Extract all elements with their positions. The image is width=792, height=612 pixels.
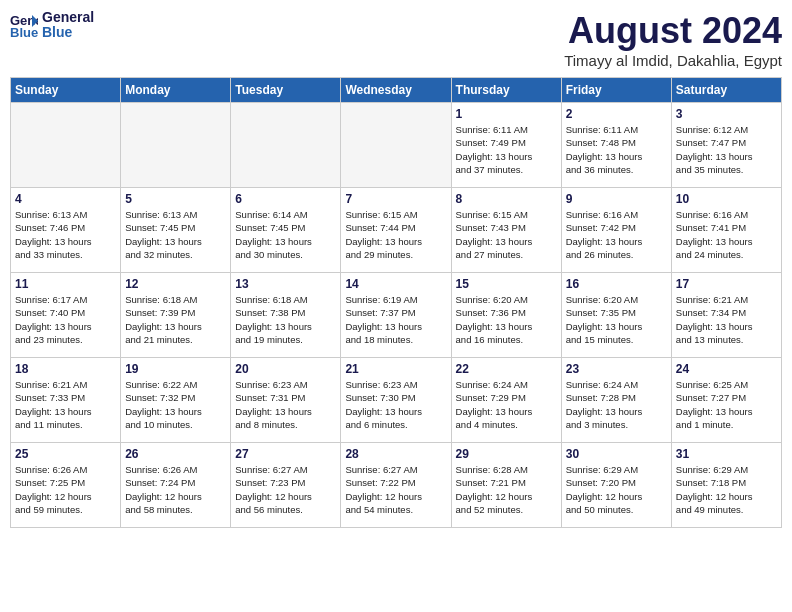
calendar-cell: 26Sunrise: 6:26 AM Sunset: 7:24 PM Dayli… <box>121 443 231 528</box>
day-number: 15 <box>456 277 557 291</box>
calendar-cell <box>231 103 341 188</box>
day-info: Sunrise: 6:14 AM Sunset: 7:45 PM Dayligh… <box>235 208 336 261</box>
calendar-week-row: 18Sunrise: 6:21 AM Sunset: 7:33 PM Dayli… <box>11 358 782 443</box>
day-number: 16 <box>566 277 667 291</box>
day-info: Sunrise: 6:23 AM Sunset: 7:30 PM Dayligh… <box>345 378 446 431</box>
day-info: Sunrise: 6:27 AM Sunset: 7:22 PM Dayligh… <box>345 463 446 516</box>
day-info: Sunrise: 6:13 AM Sunset: 7:45 PM Dayligh… <box>125 208 226 261</box>
calendar-cell: 1Sunrise: 6:11 AM Sunset: 7:49 PM Daylig… <box>451 103 561 188</box>
day-number: 4 <box>15 192 116 206</box>
day-number: 8 <box>456 192 557 206</box>
day-number: 20 <box>235 362 336 376</box>
day-info: Sunrise: 6:27 AM Sunset: 7:23 PM Dayligh… <box>235 463 336 516</box>
calendar: SundayMondayTuesdayWednesdayThursdayFrid… <box>10 77 782 528</box>
weekday-header: Saturday <box>671 78 781 103</box>
calendar-cell: 16Sunrise: 6:20 AM Sunset: 7:35 PM Dayli… <box>561 273 671 358</box>
day-number: 7 <box>345 192 446 206</box>
day-number: 14 <box>345 277 446 291</box>
weekday-header: Friday <box>561 78 671 103</box>
calendar-cell: 13Sunrise: 6:18 AM Sunset: 7:38 PM Dayli… <box>231 273 341 358</box>
day-number: 17 <box>676 277 777 291</box>
calendar-cell: 12Sunrise: 6:18 AM Sunset: 7:39 PM Dayli… <box>121 273 231 358</box>
calendar-cell: 28Sunrise: 6:27 AM Sunset: 7:22 PM Dayli… <box>341 443 451 528</box>
calendar-cell <box>341 103 451 188</box>
calendar-cell <box>11 103 121 188</box>
day-number: 30 <box>566 447 667 461</box>
title-section: August 2024 Timayy al Imdid, Dakahlia, E… <box>564 10 782 69</box>
month-title: August 2024 <box>564 10 782 52</box>
calendar-cell: 27Sunrise: 6:27 AM Sunset: 7:23 PM Dayli… <box>231 443 341 528</box>
calendar-header-row: SundayMondayTuesdayWednesdayThursdayFrid… <box>11 78 782 103</box>
weekday-header: Wednesday <box>341 78 451 103</box>
calendar-cell: 23Sunrise: 6:24 AM Sunset: 7:28 PM Dayli… <box>561 358 671 443</box>
day-number: 23 <box>566 362 667 376</box>
day-info: Sunrise: 6:29 AM Sunset: 7:20 PM Dayligh… <box>566 463 667 516</box>
calendar-cell <box>121 103 231 188</box>
weekday-header: Sunday <box>11 78 121 103</box>
day-number: 25 <box>15 447 116 461</box>
day-number: 26 <box>125 447 226 461</box>
calendar-cell: 24Sunrise: 6:25 AM Sunset: 7:27 PM Dayli… <box>671 358 781 443</box>
day-info: Sunrise: 6:29 AM Sunset: 7:18 PM Dayligh… <box>676 463 777 516</box>
day-number: 2 <box>566 107 667 121</box>
day-info: Sunrise: 6:25 AM Sunset: 7:27 PM Dayligh… <box>676 378 777 431</box>
day-number: 11 <box>15 277 116 291</box>
calendar-cell: 4Sunrise: 6:13 AM Sunset: 7:46 PM Daylig… <box>11 188 121 273</box>
day-info: Sunrise: 6:20 AM Sunset: 7:36 PM Dayligh… <box>456 293 557 346</box>
calendar-cell: 22Sunrise: 6:24 AM Sunset: 7:29 PM Dayli… <box>451 358 561 443</box>
calendar-week-row: 1Sunrise: 6:11 AM Sunset: 7:49 PM Daylig… <box>11 103 782 188</box>
weekday-header: Thursday <box>451 78 561 103</box>
calendar-week-row: 4Sunrise: 6:13 AM Sunset: 7:46 PM Daylig… <box>11 188 782 273</box>
day-info: Sunrise: 6:13 AM Sunset: 7:46 PM Dayligh… <box>15 208 116 261</box>
logo-icon: General Blue <box>10 11 38 39</box>
day-info: Sunrise: 6:16 AM Sunset: 7:41 PM Dayligh… <box>676 208 777 261</box>
day-info: Sunrise: 6:22 AM Sunset: 7:32 PM Dayligh… <box>125 378 226 431</box>
day-number: 9 <box>566 192 667 206</box>
day-number: 22 <box>456 362 557 376</box>
calendar-cell: 18Sunrise: 6:21 AM Sunset: 7:33 PM Dayli… <box>11 358 121 443</box>
calendar-cell: 11Sunrise: 6:17 AM Sunset: 7:40 PM Dayli… <box>11 273 121 358</box>
calendar-cell: 7Sunrise: 6:15 AM Sunset: 7:44 PM Daylig… <box>341 188 451 273</box>
day-info: Sunrise: 6:18 AM Sunset: 7:39 PM Dayligh… <box>125 293 226 346</box>
day-number: 1 <box>456 107 557 121</box>
day-info: Sunrise: 6:26 AM Sunset: 7:24 PM Dayligh… <box>125 463 226 516</box>
day-info: Sunrise: 6:21 AM Sunset: 7:34 PM Dayligh… <box>676 293 777 346</box>
day-info: Sunrise: 6:17 AM Sunset: 7:40 PM Dayligh… <box>15 293 116 346</box>
logo-text: General Blue <box>42 10 94 41</box>
calendar-week-row: 25Sunrise: 6:26 AM Sunset: 7:25 PM Dayli… <box>11 443 782 528</box>
day-number: 6 <box>235 192 336 206</box>
day-info: Sunrise: 6:20 AM Sunset: 7:35 PM Dayligh… <box>566 293 667 346</box>
day-number: 27 <box>235 447 336 461</box>
day-number: 10 <box>676 192 777 206</box>
day-info: Sunrise: 6:18 AM Sunset: 7:38 PM Dayligh… <box>235 293 336 346</box>
calendar-cell: 6Sunrise: 6:14 AM Sunset: 7:45 PM Daylig… <box>231 188 341 273</box>
day-info: Sunrise: 6:21 AM Sunset: 7:33 PM Dayligh… <box>15 378 116 431</box>
day-number: 28 <box>345 447 446 461</box>
day-number: 12 <box>125 277 226 291</box>
calendar-cell: 9Sunrise: 6:16 AM Sunset: 7:42 PM Daylig… <box>561 188 671 273</box>
day-info: Sunrise: 6:28 AM Sunset: 7:21 PM Dayligh… <box>456 463 557 516</box>
day-info: Sunrise: 6:16 AM Sunset: 7:42 PM Dayligh… <box>566 208 667 261</box>
day-number: 31 <box>676 447 777 461</box>
day-info: Sunrise: 6:15 AM Sunset: 7:44 PM Dayligh… <box>345 208 446 261</box>
calendar-cell: 10Sunrise: 6:16 AM Sunset: 7:41 PM Dayli… <box>671 188 781 273</box>
day-info: Sunrise: 6:24 AM Sunset: 7:28 PM Dayligh… <box>566 378 667 431</box>
weekday-header: Tuesday <box>231 78 341 103</box>
calendar-cell: 5Sunrise: 6:13 AM Sunset: 7:45 PM Daylig… <box>121 188 231 273</box>
day-number: 24 <box>676 362 777 376</box>
calendar-cell: 3Sunrise: 6:12 AM Sunset: 7:47 PM Daylig… <box>671 103 781 188</box>
logo-line1: General <box>42 10 94 25</box>
calendar-cell: 19Sunrise: 6:22 AM Sunset: 7:32 PM Dayli… <box>121 358 231 443</box>
logo-line2: Blue <box>42 25 94 40</box>
day-number: 5 <box>125 192 226 206</box>
weekday-header: Monday <box>121 78 231 103</box>
day-info: Sunrise: 6:15 AM Sunset: 7:43 PM Dayligh… <box>456 208 557 261</box>
calendar-cell: 20Sunrise: 6:23 AM Sunset: 7:31 PM Dayli… <box>231 358 341 443</box>
day-number: 3 <box>676 107 777 121</box>
day-info: Sunrise: 6:19 AM Sunset: 7:37 PM Dayligh… <box>345 293 446 346</box>
logo: General Blue General Blue <box>10 10 94 41</box>
calendar-cell: 29Sunrise: 6:28 AM Sunset: 7:21 PM Dayli… <box>451 443 561 528</box>
day-info: Sunrise: 6:11 AM Sunset: 7:48 PM Dayligh… <box>566 123 667 176</box>
calendar-cell: 25Sunrise: 6:26 AM Sunset: 7:25 PM Dayli… <box>11 443 121 528</box>
day-info: Sunrise: 6:12 AM Sunset: 7:47 PM Dayligh… <box>676 123 777 176</box>
